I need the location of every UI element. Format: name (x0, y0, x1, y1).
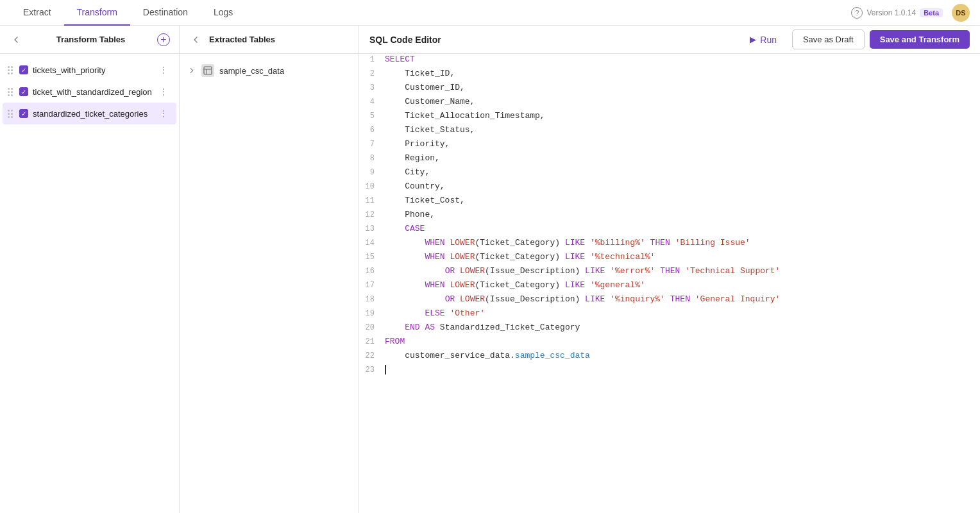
line-content[interactable]: customer_service_data.sample_csc_data (385, 350, 980, 364)
line-content[interactable] (385, 364, 980, 378)
tab-logs[interactable]: Logs (201, 0, 246, 26)
line-content[interactable]: WHEN LOWER(Ticket_Category) LIKE '%billi… (385, 237, 980, 251)
drag-handle (8, 88, 15, 96)
version-info: ? Version 1.0.14 Beta DS (851, 4, 970, 22)
code-line: 23 (359, 364, 980, 378)
save-draft-button[interactable]: Save as Draft (792, 29, 865, 49)
code-line: 21FROM (359, 336, 980, 350)
line-content[interactable]: Country, (385, 181, 980, 195)
table-more-button[interactable]: ⋮ (157, 107, 170, 120)
line-number: 8 (359, 153, 385, 167)
run-label: Run (760, 35, 777, 45)
mid-panel-header: Extracted Tables (180, 26, 359, 54)
code-line: 6 Ticket_Status, (359, 124, 980, 139)
line-content[interactable]: ELSE 'Other' (385, 308, 980, 322)
mid-panel: Extracted Tables sample_csc_data (180, 26, 359, 513)
code-line: 4 Customer_Name, (359, 96, 980, 110)
line-content[interactable]: CASE (385, 223, 980, 237)
code-line: 16 OR LOWER(Issue_Description) LIKE '%er… (359, 265, 980, 280)
table-more-button[interactable]: ⋮ (157, 85, 170, 98)
top-navigation: Extract Transform Destination Logs ? Ver… (0, 0, 980, 26)
tab-transform[interactable]: Transform (64, 0, 130, 26)
table-checkbox[interactable]: ✓ (19, 65, 28, 74)
line-number: 4 (359, 96, 385, 110)
code-line: 14 WHEN LOWER(Ticket_Category) LIKE '%bi… (359, 237, 980, 251)
code-line: 17 WHEN LOWER(Ticket_Category) LIKE '%ge… (359, 280, 980, 294)
line-content[interactable]: Priority, (385, 139, 980, 153)
transform-table-item[interactable]: ✓ standardized_ticket_categories ⋮ (3, 103, 176, 124)
collapse-left-button[interactable] (9, 32, 24, 47)
table-checkbox[interactable]: ✓ (19, 109, 28, 118)
line-number: 18 (359, 294, 385, 308)
line-number: 23 (359, 364, 385, 378)
line-number: 3 (359, 82, 385, 96)
tab-destination[interactable]: Destination (130, 0, 201, 26)
version-text: Version 1.0.14 (866, 8, 916, 17)
line-content[interactable]: OR LOWER(Issue_Description) LIKE '%error… (385, 265, 980, 280)
transform-table-list: ✓ tickets_with_priority ⋮ ✓ ticket_with_… (0, 54, 179, 513)
sql-code-editor[interactable]: 1SELECT2 Ticket_ID,3 Customer_ID,4 Custo… (359, 54, 980, 513)
line-number: 14 (359, 237, 385, 251)
save-transform-button[interactable]: Save and Transform (870, 30, 970, 49)
line-number: 15 (359, 251, 385, 265)
line-content[interactable]: Customer_ID, (385, 82, 980, 96)
code-line: 1SELECT (359, 54, 980, 68)
line-number: 13 (359, 223, 385, 237)
code-line: 2 Ticket_ID, (359, 68, 980, 82)
help-icon[interactable]: ? (851, 7, 863, 19)
line-number: 2 (359, 68, 385, 82)
collapse-mid-button[interactable] (189, 32, 204, 47)
extracted-table-name: sample_csc_data (219, 66, 284, 76)
code-line: 10 Country, (359, 181, 980, 195)
code-line: 9 City, (359, 167, 980, 181)
user-avatar[interactable]: DS (952, 4, 970, 22)
code-line: 18 OR LOWER(Issue_Description) LIKE '%in… (359, 294, 980, 308)
line-content[interactable]: Phone, (385, 209, 980, 223)
add-table-button[interactable]: + (157, 33, 170, 46)
line-number: 22 (359, 350, 385, 364)
code-line: 20 END AS Standardized_Ticket_Category (359, 322, 980, 336)
extracted-table-item[interactable]: sample_csc_data (180, 59, 359, 82)
line-number: 1 (359, 54, 385, 68)
svg-rect-0 (204, 67, 212, 74)
line-number: 7 (359, 139, 385, 153)
line-number: 21 (359, 336, 385, 350)
line-content[interactable]: SELECT (385, 54, 980, 68)
line-content[interactable]: WHEN LOWER(Ticket_Category) LIKE '%gener… (385, 280, 980, 294)
line-content[interactable]: City, (385, 167, 980, 181)
line-number: 20 (359, 322, 385, 336)
line-content[interactable]: Ticket_Cost, (385, 195, 980, 209)
left-panel: Transform Tables + ✓ tickets_with_priori… (0, 26, 180, 513)
transform-table-item[interactable]: ✓ ticket_with_standardized_region ⋮ (3, 81, 176, 103)
line-content[interactable]: END AS Standardized_Ticket_Category (385, 322, 980, 336)
line-content[interactable]: Region, (385, 153, 980, 167)
line-content[interactable]: Ticket_ID, (385, 68, 980, 82)
table-name: standardized_ticket_categories (33, 109, 157, 119)
code-line: 11 Ticket_Cost, (359, 195, 980, 209)
code-line: 8 Region, (359, 153, 980, 167)
extracted-table-list: sample_csc_data (180, 54, 359, 87)
line-number: 16 (359, 265, 385, 280)
beta-badge: Beta (920, 8, 943, 17)
left-panel-header: Transform Tables + (0, 26, 179, 54)
code-line: 19 ELSE 'Other' (359, 308, 980, 322)
line-content[interactable]: WHEN LOWER(Ticket_Category) LIKE '%techn… (385, 251, 980, 265)
main-layout: Transform Tables + ✓ tickets_with_priori… (0, 26, 980, 513)
table-checkbox[interactable]: ✓ (19, 87, 28, 96)
line-content[interactable]: OR LOWER(Issue_Description) LIKE '%inqui… (385, 294, 980, 308)
line-number: 10 (359, 181, 385, 195)
right-panel: SQL Code Editor ▶ Run Save as Draft Save… (359, 26, 980, 513)
line-content[interactable]: Customer_Name, (385, 96, 980, 110)
line-content[interactable]: Ticket_Allocation_Timestamp, (385, 110, 980, 124)
transform-table-item[interactable]: ✓ tickets_with_priority ⋮ (3, 59, 176, 81)
line-content[interactable]: FROM (385, 336, 980, 350)
line-content[interactable]: Ticket_Status, (385, 124, 980, 139)
table-more-button[interactable]: ⋮ (157, 63, 170, 76)
run-button[interactable]: ▶ Run (739, 31, 787, 49)
code-line: 5 Ticket_Allocation_Timestamp, (359, 110, 980, 124)
editor-title: SQL Code Editor (369, 35, 734, 45)
drag-handle (8, 66, 15, 74)
line-number: 12 (359, 209, 385, 223)
line-number: 17 (359, 280, 385, 294)
tab-extract[interactable]: Extract (10, 0, 64, 26)
